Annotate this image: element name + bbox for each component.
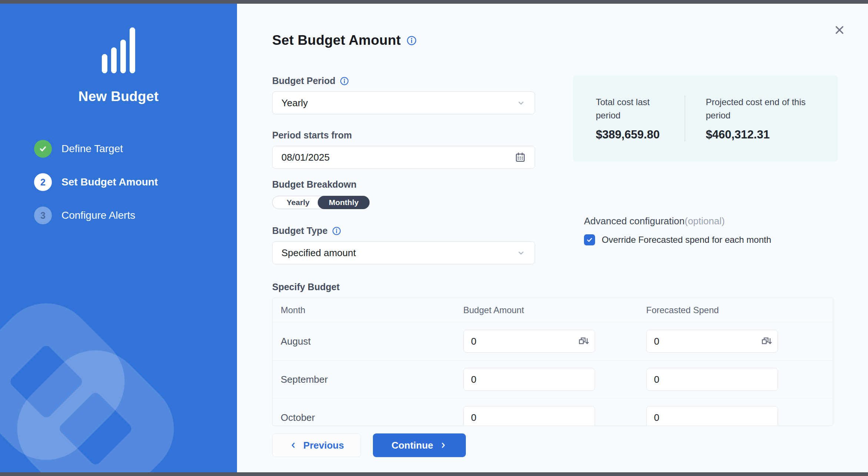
budget-amount-field [463, 368, 595, 391]
wizard-sidebar: New Budget Define Target 2 Set Budget Am… [0, 4, 237, 472]
set-budget-amount-panel: Set Budget Amount Budget Period Yearly [237, 4, 868, 472]
budget-period-label: Budget Period [272, 76, 335, 86]
wizard-steps: Define Target 2 Set Budget Amount 3 Conf… [34, 140, 237, 224]
close-icon[interactable] [832, 22, 847, 38]
step-configure-alerts[interactable]: 3 Configure Alerts [34, 207, 237, 224]
budget-amount-input[interactable] [471, 374, 589, 385]
cost-summary-panel: Total cost last period $389,659.80 Proje… [573, 75, 838, 162]
info-icon[interactable] [340, 77, 349, 86]
month-cell: August [273, 336, 463, 347]
info-icon[interactable] [332, 227, 341, 235]
advanced-configuration: Advanced configuration(optional) Overrid… [584, 215, 771, 245]
projected-cost-value: $460,312.31 [706, 128, 820, 141]
step-label: Configure Alerts [61, 209, 135, 221]
chevron-down-icon [516, 98, 526, 108]
table-header: Month Budget Amount Forecasted Spend [273, 298, 833, 322]
forecasted-spend-input[interactable] [654, 412, 772, 423]
bottom-chrome-strip [0, 472, 868, 476]
table-row: August [273, 322, 833, 361]
brand-watermark [0, 298, 237, 472]
bar-chart-icon [102, 27, 135, 73]
budget-type-value: Specified amount [281, 247, 356, 259]
continue-button-label: Continue [391, 440, 433, 451]
page-title: Set Budget Amount [272, 33, 401, 48]
step-label: Set Budget Amount [61, 176, 158, 188]
table-row: September [273, 361, 833, 399]
forecasted-spend-field [646, 368, 778, 391]
check-icon [586, 236, 593, 244]
budget-amount-input[interactable] [471, 336, 578, 347]
info-icon[interactable] [407, 36, 417, 46]
step-label: Define Target [61, 143, 123, 155]
budget-period-select[interactable]: Yearly [272, 91, 535, 114]
budget-period-value: Yearly [281, 97, 308, 109]
forecasted-spend-input[interactable] [654, 374, 772, 385]
step-number-badge: 3 [34, 207, 52, 224]
specify-budget-label: Specify Budget [272, 282, 340, 292]
period-starts-label: Period starts from [272, 130, 352, 141]
top-chrome-strip [0, 0, 868, 4]
copy-down-icon[interactable] [761, 337, 772, 346]
column-header-budget-amount: Budget Amount [463, 305, 646, 315]
column-header-forecasted-spend: Forecasted Spend [646, 305, 833, 315]
override-forecast-label: Override Forecasted spend for each month [602, 235, 771, 245]
month-cell: October [273, 412, 463, 423]
total-cost-label: Total cost last period [596, 95, 669, 122]
step-number-badge: 2 [34, 173, 52, 191]
forecasted-spend-field [646, 406, 778, 426]
new-budget-modal: New Budget Define Target 2 Set Budget Am… [0, 4, 868, 472]
forecasted-spend-input[interactable] [654, 336, 761, 347]
step-set-budget-amount[interactable]: 2 Set Budget Amount [34, 173, 237, 191]
projected-cost-label: Projected cost end of this period [706, 95, 820, 122]
toggle-option-monthly[interactable]: Monthly [318, 196, 370, 209]
budget-amount-field [463, 406, 595, 426]
budget-amount-input[interactable] [471, 412, 589, 423]
budget-breakdown-label: Budget Breakdown [272, 179, 357, 190]
column-header-month: Month [273, 305, 463, 315]
step-define-target[interactable]: Define Target [34, 140, 237, 158]
specify-budget-table: Month Budget Amount Forecasted Spend Aug… [272, 298, 833, 426]
copy-down-icon[interactable] [578, 337, 589, 346]
chevron-down-icon [516, 248, 526, 258]
table-row: October [273, 399, 833, 426]
override-forecast-checkbox[interactable] [584, 234, 595, 245]
budget-type-select[interactable]: Specified amount [272, 241, 535, 264]
chevron-right-icon [439, 441, 447, 449]
previous-button-label: Previous [303, 440, 344, 451]
toggle-option-yearly[interactable]: Yearly [273, 198, 321, 207]
period-starts-field [272, 146, 535, 169]
period-starts-input[interactable] [281, 152, 515, 163]
advanced-config-title: Advanced configuration [584, 215, 685, 227]
optional-hint: (optional) [685, 215, 725, 227]
budget-breakdown-toggle: Yearly Monthly [272, 196, 370, 209]
calendar-icon[interactable] [515, 152, 526, 163]
month-cell: September [273, 374, 463, 385]
budget-type-label: Budget Type [272, 225, 328, 236]
total-cost-value: $389,659.80 [596, 128, 669, 141]
step-complete-check-icon [34, 140, 52, 158]
previous-button[interactable]: Previous [272, 433, 361, 457]
wizard-title: New Budget [0, 89, 237, 104]
budget-amount-field [463, 330, 595, 353]
chevron-left-icon [289, 441, 297, 449]
continue-button[interactable]: Continue [373, 433, 466, 457]
forecasted-spend-field [646, 330, 778, 353]
